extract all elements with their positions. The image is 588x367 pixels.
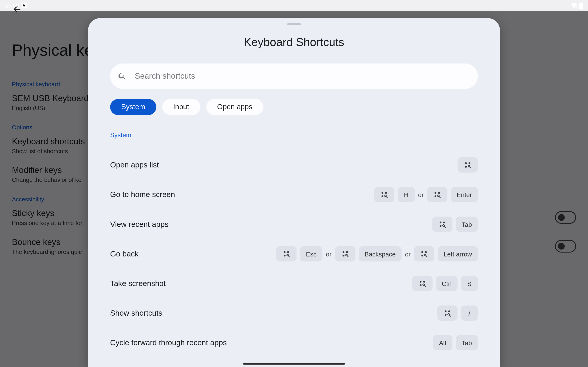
- shortcut-label: View recent apps: [110, 220, 169, 229]
- svg-line-33: [347, 256, 348, 257]
- shortcut-label: Open apps list: [110, 161, 159, 169]
- svg-point-25: [287, 251, 289, 253]
- svg-point-11: [381, 195, 383, 197]
- svg-point-1: [576, 8, 577, 8]
- key-search: [276, 246, 297, 261]
- bounce-keys-toggle[interactable]: [555, 240, 576, 252]
- key-search: [414, 246, 435, 261]
- section-label-system: System: [110, 131, 478, 138]
- svg-point-30: [346, 251, 348, 253]
- key-cap: Esc: [300, 246, 322, 261]
- sheet-title: Keyboard Shortcuts: [110, 36, 478, 49]
- search-key-icon: [282, 250, 291, 258]
- battery-icon: [579, 2, 583, 9]
- svg-point-5: [468, 162, 470, 164]
- svg-point-19: [440, 222, 441, 223]
- search-key-icon: [420, 250, 428, 258]
- bounce-keys-item[interactable]: Bounce keys The keyboard ignores quic: [12, 237, 82, 255]
- svg-point-24: [284, 251, 286, 253]
- svg-point-20: [443, 222, 445, 223]
- svg-point-4: [465, 162, 467, 164]
- svg-rect-2: [579, 3, 583, 9]
- search-placeholder: Search shortcuts: [135, 72, 195, 81]
- svg-point-40: [423, 281, 425, 283]
- svg-line-48: [449, 315, 450, 316]
- shortcut-row: Cycle forward through recent appsAltTab: [110, 328, 478, 357]
- svg-point-39: [420, 281, 422, 283]
- key-cap: Tab: [456, 217, 478, 232]
- svg-point-14: [435, 192, 436, 194]
- svg-point-45: [448, 310, 450, 312]
- key-search: [437, 306, 458, 321]
- shortcut-label: Take screenshot: [110, 279, 166, 288]
- svg-line-28: [288, 256, 290, 257]
- sticky-keys-item[interactable]: Sticky keys Press one key at a time for: [12, 209, 82, 226]
- status-bar: 15:00 A: [0, 0, 588, 11]
- or-separator: or: [418, 191, 424, 198]
- svg-line-13: [386, 197, 387, 198]
- key-search: [458, 157, 478, 173]
- svg-line-8: [470, 167, 471, 168]
- search-key-icon: [443, 309, 451, 317]
- svg-point-26: [284, 255, 286, 257]
- svg-point-15: [438, 192, 440, 194]
- shortcut-row: Go backEscorBackspaceorLeft arrow: [110, 239, 478, 269]
- svg-point-10: [385, 192, 387, 194]
- svg-point-6: [465, 166, 467, 168]
- bounce-sub: The keyboard ignores quic: [12, 248, 82, 255]
- clock: 15:00: [5, 2, 19, 9]
- search-key-icon: [380, 190, 389, 199]
- shortcut-label: Cycle forward through recent apps: [110, 338, 227, 347]
- chip-system[interactable]: System: [110, 99, 156, 115]
- shortcut-row: Show shortcuts/: [110, 298, 478, 328]
- svg-line-18: [439, 197, 440, 198]
- wifi-icon: [571, 2, 578, 8]
- gesture-bar[interactable]: [243, 363, 345, 365]
- shortcut-label: Show shortcuts: [110, 309, 162, 317]
- sticky-keys-toggle[interactable]: [555, 211, 576, 224]
- shortcut-row: Go to home screenHorEnter: [110, 180, 478, 209]
- svg-point-9: [381, 192, 383, 194]
- shortcut-keys: [458, 157, 478, 173]
- search-input[interactable]: Search shortcuts: [110, 64, 478, 89]
- key-cap: Backspace: [359, 246, 401, 261]
- search-key-icon: [464, 161, 472, 169]
- key-cap: Left arrow: [438, 246, 478, 261]
- shortcut-keys: /: [437, 306, 478, 321]
- chip-input[interactable]: Input: [162, 99, 200, 115]
- svg-point-34: [422, 251, 423, 253]
- key-search: [427, 187, 447, 202]
- key-cap: Ctrl: [436, 276, 458, 291]
- key-cap: /: [461, 306, 478, 321]
- svg-point-46: [445, 314, 447, 316]
- shortcut-label: Go to home screen: [110, 190, 175, 199]
- key-search: [412, 276, 432, 291]
- key-cap: Alt: [433, 335, 452, 350]
- chip-open-apps[interactable]: Open apps: [206, 99, 263, 115]
- svg-point-29: [342, 251, 344, 253]
- shortcut-keys: AltTab: [433, 335, 478, 350]
- svg-point-16: [435, 195, 436, 197]
- drag-handle[interactable]: [287, 23, 301, 25]
- svg-point-31: [342, 255, 344, 257]
- shortcut-keys: EscorBackspaceorLeft arrow: [276, 246, 478, 261]
- svg-rect-0: [576, 6, 577, 7]
- shortcut-row: Take screenshotCtrlS: [110, 269, 478, 298]
- shortcut-row: Open apps list: [110, 150, 478, 180]
- search-icon: [118, 72, 127, 81]
- svg-point-21: [440, 225, 441, 227]
- key-search: [432, 217, 452, 232]
- search-key-icon: [418, 279, 426, 288]
- sticky-title: Sticky keys: [12, 209, 82, 218]
- shortcut-label: Go back: [110, 249, 139, 258]
- shortcut-keys: CtrlS: [412, 276, 478, 291]
- shortcut-keys: HorEnter: [374, 187, 478, 202]
- key-search: [335, 246, 355, 261]
- svg-point-35: [425, 251, 427, 253]
- notification-badge: A: [21, 3, 26, 8]
- bounce-title: Bounce keys: [12, 237, 82, 247]
- or-separator: or: [326, 250, 332, 257]
- svg-point-41: [420, 284, 422, 286]
- shortcut-row: View recent appsTab: [110, 209, 478, 239]
- svg-point-36: [422, 255, 423, 257]
